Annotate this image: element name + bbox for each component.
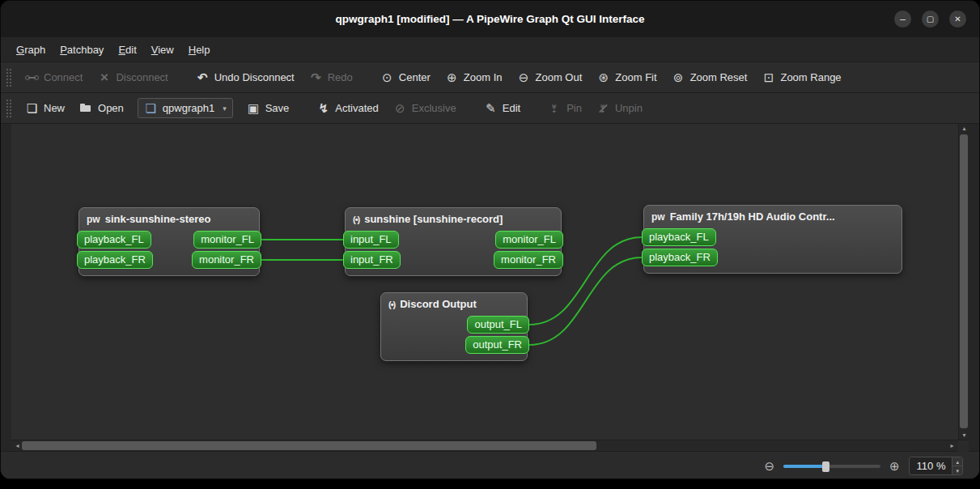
save-button[interactable]: Save bbox=[240, 97, 297, 119]
maximize-icon[interactable] bbox=[922, 11, 939, 28]
scrollbar-corner bbox=[958, 440, 969, 452]
toolbar-button-label: Open bbox=[98, 102, 124, 114]
connect-icon bbox=[25, 70, 39, 84]
new-button[interactable]: New bbox=[18, 97, 72, 119]
pin-button[interactable]: Pin bbox=[541, 97, 589, 119]
spin-up-icon[interactable] bbox=[952, 457, 962, 466]
zoom-out-icon[interactable] bbox=[764, 459, 774, 474]
patchbay-select[interactable]: qpwgraph1▾ bbox=[138, 98, 233, 118]
zoom-slider-track[interactable] bbox=[783, 465, 880, 468]
scroll-right-icon[interactable] bbox=[947, 442, 957, 449]
menu-help[interactable]: Help bbox=[181, 40, 218, 59]
zoom-slider[interactable] bbox=[783, 460, 880, 473]
audio-port[interactable]: input_FR bbox=[343, 251, 401, 269]
audio-port[interactable]: monitor_FL bbox=[193, 231, 261, 249]
disconnect-button[interactable]: Disconnect bbox=[90, 66, 175, 88]
audio-port[interactable]: playback_FR bbox=[642, 249, 718, 266]
menu-view[interactable]: View bbox=[144, 40, 181, 59]
zoom-slider-handle[interactable] bbox=[822, 461, 829, 472]
node-title: Family 17h/19h HD Audio Contr... bbox=[670, 210, 835, 223]
spin-down-icon[interactable] bbox=[952, 466, 962, 474]
toolbar-button-label: Zoom Reset bbox=[690, 71, 748, 83]
minimize-icon[interactable] bbox=[894, 11, 911, 28]
port-row: playback_FRmonitor_FR bbox=[79, 251, 259, 269]
activated-button[interactable]: Activated bbox=[309, 97, 385, 119]
new-icon bbox=[25, 101, 39, 115]
center-button[interactable]: Center bbox=[373, 66, 438, 88]
port-row: playback_FL bbox=[644, 228, 902, 246]
toolbar-button-label: Unpin bbox=[615, 102, 643, 114]
audio-port[interactable]: output_FL bbox=[467, 316, 529, 334]
audio-port[interactable]: monitor_FR bbox=[192, 251, 261, 269]
pin-icon bbox=[548, 101, 562, 115]
port-row: output_FR bbox=[381, 336, 527, 354]
disconnect-icon bbox=[97, 70, 111, 84]
audio-icon bbox=[353, 215, 359, 224]
zoom-reset-button[interactable]: Zoom Reset bbox=[664, 66, 755, 88]
toolbar-drag-handle[interactable] bbox=[6, 100, 11, 117]
undo-disconnect-button[interactable]: Undo Disconnect bbox=[189, 66, 302, 88]
connect-button[interactable]: Connect bbox=[18, 66, 90, 88]
menu-graph[interactable]: Graph bbox=[9, 40, 53, 59]
toolbar-button-label: Redo bbox=[328, 71, 353, 83]
zoom-slider-fill bbox=[783, 465, 826, 468]
menu-patchbay[interactable]: Patchbay bbox=[53, 40, 111, 59]
toolbar-button-label: Undo Disconnect bbox=[214, 71, 295, 83]
node-title: Discord Output bbox=[400, 298, 477, 310]
audio-port[interactable]: input_FL bbox=[343, 231, 399, 249]
open-button[interactable]: Open bbox=[72, 97, 131, 119]
zoom-in-button[interactable]: Zoom In bbox=[438, 66, 510, 88]
port-row: input_FRmonitor_FR bbox=[346, 251, 561, 269]
audio-port[interactable]: monitor_FR bbox=[494, 251, 563, 269]
toolbar-button-label: Center bbox=[399, 71, 431, 83]
audio-port[interactable]: output_FR bbox=[465, 336, 529, 354]
vertical-scroll-handle[interactable] bbox=[960, 134, 968, 428]
node-sink[interactable]: sink-sunshine-stereoplayback_FLmonitor_F… bbox=[78, 207, 260, 276]
zoom-out-button[interactable]: Zoom Out bbox=[510, 66, 590, 88]
unpin-icon bbox=[596, 101, 610, 115]
unpin-button[interactable]: Unpin bbox=[589, 97, 650, 119]
node-family[interactable]: Family 17h/19h HD Audio Contr...playback… bbox=[643, 205, 902, 274]
zoom-range-button[interactable]: Zoom Range bbox=[754, 66, 848, 88]
horizontal-scrollbar[interactable] bbox=[11, 440, 969, 451]
central-area: sink-sunshine-stereoplayback_FLmonitor_F… bbox=[11, 124, 969, 451]
toolbar-graph: ConnectDisconnectUndo DisconnectRedoCent… bbox=[1, 62, 979, 93]
save-icon bbox=[247, 101, 261, 115]
toolbar-button-label: Zoom In bbox=[464, 71, 503, 83]
node-discord[interactable]: Discord Outputoutput_FLoutput_FR bbox=[380, 292, 528, 361]
zoom-fit-button[interactable]: Zoom Fit bbox=[589, 66, 664, 88]
redo-button[interactable]: Redo bbox=[302, 66, 360, 88]
exclusive-icon bbox=[393, 101, 407, 115]
scroll-down-icon[interactable] bbox=[959, 432, 969, 439]
redo-icon bbox=[309, 70, 323, 84]
toolbar-button-label: Pin bbox=[566, 102, 582, 114]
patchbay-select-value: qpwgraph1 bbox=[163, 102, 214, 114]
pipewire-icon bbox=[87, 214, 100, 225]
vertical-scrollbar[interactable] bbox=[958, 124, 969, 440]
zoom-value: 110 % bbox=[917, 460, 946, 472]
spin-buttons bbox=[952, 457, 962, 474]
close-icon[interactable] bbox=[949, 11, 966, 28]
edit-button[interactable]: Edit bbox=[477, 97, 528, 119]
horizontal-scroll-handle[interactable] bbox=[22, 441, 596, 450]
node-sunshine[interactable]: sunshine [sunshine-record]input_FLmonito… bbox=[345, 207, 562, 276]
scroll-up-icon[interactable] bbox=[959, 125, 969, 132]
zoom-in-icon[interactable] bbox=[889, 459, 900, 474]
toolbar-patchbay: NewOpenqpwgraph1▾SaveActivatedExclusiveE… bbox=[1, 93, 979, 124]
audio-port[interactable]: monitor_FL bbox=[495, 231, 563, 249]
connections-layer bbox=[11, 124, 969, 440]
toolbar-drag-handle[interactable] bbox=[6, 69, 11, 87]
audio-port[interactable]: playback_FR bbox=[77, 251, 153, 269]
titlebar[interactable]: qpwgraph1 [modified] — A PipeWire Graph … bbox=[1, 1, 979, 37]
undo-icon bbox=[196, 70, 210, 84]
graph-canvas[interactable]: sink-sunshine-stereoplayback_FLmonitor_F… bbox=[11, 124, 969, 440]
audio-port[interactable]: playback_FL bbox=[77, 231, 151, 249]
exclusive-button[interactable]: Exclusive bbox=[386, 97, 464, 119]
zoom-spinbox[interactable]: 110 % bbox=[909, 457, 963, 475]
menu-edit[interactable]: Edit bbox=[111, 40, 143, 59]
toolbar-button-label: Connect bbox=[44, 71, 83, 83]
port-row: playback_FLmonitor_FL bbox=[79, 231, 259, 249]
audio-port[interactable]: playback_FL bbox=[642, 228, 716, 246]
statusbar: 110 % bbox=[1, 451, 979, 479]
chevron-down-icon: ▾ bbox=[223, 104, 227, 113]
